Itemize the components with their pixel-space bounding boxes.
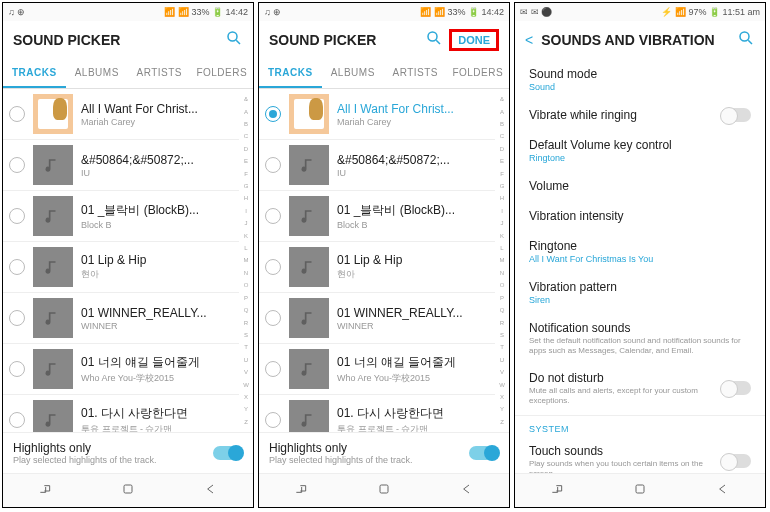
recents-button[interactable] [37, 481, 53, 501]
tab-folders[interactable]: FOLDERS [447, 59, 510, 88]
alpha-letter[interactable]: V [496, 369, 508, 375]
search-icon[interactable] [225, 29, 243, 51]
alpha-letter[interactable]: P [496, 295, 508, 301]
tab-artists[interactable]: ARTISTS [128, 59, 191, 88]
alpha-letter[interactable]: S [240, 332, 252, 338]
home-button[interactable] [120, 481, 136, 501]
track-row[interactable]: &#50864;&#50872;...IU [3, 140, 239, 191]
alpha-letter[interactable]: J [496, 220, 508, 226]
setting-row[interactable]: Vibration patternSiren [515, 272, 765, 313]
alpha-letter[interactable]: F [496, 171, 508, 177]
alpha-letter[interactable]: O [240, 282, 252, 288]
setting-row[interactable]: Vibrate while ringing [515, 100, 765, 130]
alpha-letter[interactable]: X [496, 394, 508, 400]
setting-row[interactable]: Touch soundsPlay sounds when you touch c… [515, 436, 765, 473]
alpha-letter[interactable]: T [240, 344, 252, 350]
alpha-letter[interactable]: W [496, 382, 508, 388]
highlights-toggle[interactable] [213, 446, 243, 460]
alpha-letter[interactable]: & [496, 96, 508, 102]
radio-button[interactable] [265, 310, 281, 326]
alpha-letter[interactable]: C [240, 133, 252, 139]
tab-folders[interactable]: FOLDERS [191, 59, 254, 88]
tab-tracks[interactable]: TRACKS [259, 59, 322, 88]
radio-button[interactable] [265, 157, 281, 173]
alpha-index[interactable]: &ABCDEFGHIJKLMNOPQRSTUVWXYZ [240, 93, 252, 428]
alpha-letter[interactable]: Z [496, 419, 508, 425]
alpha-letter[interactable]: K [496, 233, 508, 239]
alpha-letter[interactable]: R [496, 320, 508, 326]
tab-artists[interactable]: ARTISTS [384, 59, 447, 88]
radio-button[interactable] [9, 157, 25, 173]
radio-button[interactable] [9, 412, 25, 428]
alpha-letter[interactable]: G [496, 183, 508, 189]
radio-button[interactable] [265, 412, 281, 428]
radio-button[interactable] [265, 259, 281, 275]
alpha-letter[interactable]: N [496, 270, 508, 276]
setting-row[interactable]: Do not disturbMute all calls and alerts,… [515, 363, 765, 413]
track-row[interactable]: &#50864;&#50872;...IU [259, 140, 495, 191]
tab-albums[interactable]: ALBUMS [322, 59, 385, 88]
alpha-letter[interactable]: F [240, 171, 252, 177]
track-row[interactable]: 01. 다시 사랑한다면투유 프로젝트 - 슈가맨 [3, 395, 239, 432]
alpha-letter[interactable]: W [240, 382, 252, 388]
alpha-letter[interactable]: D [240, 146, 252, 152]
setting-row[interactable]: Vibration intensity [515, 201, 765, 231]
highlights-toggle[interactable] [469, 446, 499, 460]
tab-tracks[interactable]: TRACKS [3, 59, 66, 88]
alpha-letter[interactable]: C [496, 133, 508, 139]
alpha-letter[interactable]: O [496, 282, 508, 288]
alpha-letter[interactable]: B [240, 121, 252, 127]
setting-toggle[interactable] [721, 381, 751, 395]
radio-button[interactable] [265, 208, 281, 224]
track-row[interactable]: All I Want For Christ...Mariah Carey [259, 89, 495, 140]
alpha-letter[interactable]: X [240, 394, 252, 400]
alpha-letter[interactable]: & [240, 96, 252, 102]
back-chevron-icon[interactable]: < [525, 32, 533, 48]
alpha-letter[interactable]: I [240, 208, 252, 214]
alpha-letter[interactable]: E [240, 158, 252, 164]
back-button[interactable] [203, 481, 219, 501]
search-icon[interactable] [425, 29, 443, 51]
alpha-letter[interactable]: M [240, 257, 252, 263]
back-button[interactable] [715, 481, 731, 501]
home-button[interactable] [632, 481, 648, 501]
home-button[interactable] [376, 481, 392, 501]
alpha-letter[interactable]: G [240, 183, 252, 189]
recents-button[interactable] [293, 481, 309, 501]
back-button[interactable] [459, 481, 475, 501]
setting-row[interactable]: Default Volume key controlRingtone [515, 130, 765, 171]
alpha-letter[interactable]: L [496, 245, 508, 251]
search-icon[interactable] [737, 29, 755, 51]
alpha-letter[interactable]: D [496, 146, 508, 152]
alpha-letter[interactable]: Y [496, 406, 508, 412]
track-row[interactable]: 01 너의 얘길 들어줄게Who Are You-学校2015 [3, 344, 239, 395]
alpha-letter[interactable]: M [496, 257, 508, 263]
recents-button[interactable] [549, 481, 565, 501]
alpha-letter[interactable]: Z [240, 419, 252, 425]
alpha-letter[interactable]: I [496, 208, 508, 214]
setting-toggle[interactable] [721, 108, 751, 122]
alpha-index[interactable]: &ABCDEFGHIJKLMNOPQRSTUVWXYZ [496, 93, 508, 428]
setting-row[interactable]: Sound modeSound [515, 59, 765, 100]
alpha-letter[interactable]: A [240, 109, 252, 115]
setting-row[interactable]: Notification soundsSet the default notif… [515, 313, 765, 363]
track-row[interactable]: 01 WINNER_REALLY...WINNER [259, 293, 495, 344]
alpha-letter[interactable]: L [240, 245, 252, 251]
alpha-letter[interactable]: T [496, 344, 508, 350]
alpha-letter[interactable]: A [496, 109, 508, 115]
setting-row[interactable]: RingtoneAll I Want For Christmas Is You [515, 231, 765, 272]
track-row[interactable]: 01 _블락비 (BlockB)...Block B [3, 191, 239, 242]
alpha-letter[interactable]: K [240, 233, 252, 239]
alpha-letter[interactable]: J [240, 220, 252, 226]
radio-button[interactable] [9, 259, 25, 275]
alpha-letter[interactable]: V [240, 369, 252, 375]
radio-button[interactable] [265, 361, 281, 377]
setting-toggle[interactable] [721, 454, 751, 468]
alpha-letter[interactable]: Q [496, 307, 508, 313]
radio-button[interactable] [9, 208, 25, 224]
alpha-letter[interactable]: Y [240, 406, 252, 412]
radio-button[interactable] [265, 106, 281, 122]
radio-button[interactable] [9, 361, 25, 377]
alpha-letter[interactable]: R [240, 320, 252, 326]
alpha-letter[interactable]: P [240, 295, 252, 301]
